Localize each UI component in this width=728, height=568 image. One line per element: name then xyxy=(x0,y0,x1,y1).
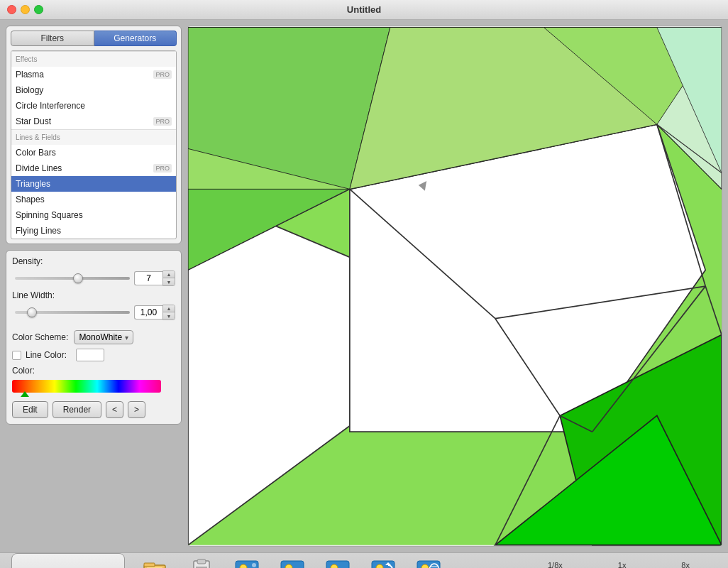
svg-point-35 xyxy=(240,564,247,568)
svg-point-45 xyxy=(331,564,338,568)
list-item-circle-interference[interactable]: Circle Interference xyxy=(11,98,176,114)
open-icon xyxy=(142,557,170,568)
svg-rect-31 xyxy=(196,567,207,568)
pro-badge-star-dust: PRO xyxy=(153,117,172,126)
color-scheme-label: Color Scheme: xyxy=(12,332,68,342)
line-color-row: Line Color: xyxy=(12,349,175,361)
toolbar-rotate[interactable]: Rotate xyxy=(363,555,403,568)
svg-point-49 xyxy=(376,564,383,568)
line-width-label: Line Width: xyxy=(12,290,58,300)
save-icon xyxy=(278,557,307,568)
color-indicator xyxy=(21,391,29,397)
line-width-down[interactable]: ▼ xyxy=(163,312,175,320)
list-item-star-dust[interactable]: Star Dust PRO xyxy=(11,114,176,129)
left-panel: Filters Generators Effects Plasma PRO xyxy=(6,26,182,547)
dropdown-arrow-icon: ▾ xyxy=(125,334,128,342)
traffic-lights[interactable] xyxy=(7,5,43,14)
list-item-spinning-squares[interactable]: Spinning Squares xyxy=(11,207,176,223)
effects-list-scroll[interactable]: Effects Plasma PRO Biology Circle Interf… xyxy=(11,51,176,239)
pro-version-button[interactable]: PRO Version >> xyxy=(11,553,125,568)
titlebar: Untitled xyxy=(0,0,728,20)
list-item-triangles[interactable]: Triangles xyxy=(11,176,176,192)
color-gradient-row xyxy=(12,380,175,393)
density-field[interactable] xyxy=(134,271,162,285)
paste-icon xyxy=(187,557,216,568)
line-width-slider-row: ▲ ▼ xyxy=(12,305,175,320)
toolbar-paste[interactable]: Paste xyxy=(182,555,221,568)
canvas-content xyxy=(188,26,722,546)
tab-bar: Filters Generators xyxy=(11,31,177,46)
line-color-swatch[interactable] xyxy=(76,349,104,361)
color-scheme-row: Color Scheme: MonoWhite ▾ xyxy=(12,330,175,344)
bottom-buttons: Edit Render < > xyxy=(12,401,175,418)
close-button[interactable] xyxy=(7,5,16,14)
pro-badge-plasma: PRO xyxy=(153,70,172,79)
density-label: Density: xyxy=(12,256,58,266)
effects-panel: Filters Generators Effects Plasma PRO xyxy=(6,26,182,244)
minimize-button[interactable] xyxy=(21,5,30,14)
zoom-control: 1/8x 1x 8x ⊖ ⊕ xyxy=(548,561,717,568)
main-container: Filters Generators Effects Plasma PRO xyxy=(0,20,728,568)
list-item-divide-lines[interactable]: Divide Lines PRO xyxy=(11,160,176,176)
tab-generators[interactable]: Generators xyxy=(94,31,177,46)
toolbar-masks[interactable]: Masks xyxy=(409,555,448,568)
line-width-thumb[interactable] xyxy=(27,307,37,317)
pro-badge-divide-lines: PRO xyxy=(153,164,172,173)
size-icon xyxy=(324,557,352,568)
density-arrows: ▲ ▼ xyxy=(162,271,175,286)
edit-button[interactable]: Edit xyxy=(12,401,48,418)
list-item-flying-lines[interactable]: Flying Lines xyxy=(11,223,176,239)
bottom-toolbar: PRO Version >> Open xyxy=(0,552,728,568)
toolbar-size[interactable]: Size xyxy=(318,555,358,568)
density-thumb[interactable] xyxy=(73,273,83,283)
color-scheme-dropdown[interactable]: MonoWhite ▾ xyxy=(74,330,133,344)
iphoto-icon xyxy=(233,557,261,568)
color-label: Color: xyxy=(12,366,35,376)
line-width-stepper[interactable]: ▲ ▼ xyxy=(134,305,175,320)
list-item-shapes[interactable]: Shapes xyxy=(11,192,176,207)
line-width-field[interactable] xyxy=(134,305,162,320)
window-title: Untitled xyxy=(347,4,381,15)
svg-point-53 xyxy=(421,564,429,568)
tab-filters[interactable]: Filters xyxy=(11,31,94,46)
list-item-biology[interactable]: Biology xyxy=(11,82,176,98)
svg-point-39 xyxy=(285,564,292,568)
zoom-label-8x: 8x xyxy=(681,561,690,568)
zoom-button[interactable] xyxy=(34,5,43,14)
line-width-up[interactable]: ▲ xyxy=(163,305,175,312)
masks-icon xyxy=(414,557,443,568)
zoom-label-eighth: 1/8x xyxy=(548,561,563,568)
render-button[interactable]: Render xyxy=(53,401,101,418)
line-width-label-row: Line Width: xyxy=(12,290,175,300)
density-stepper[interactable]: ▲ ▼ xyxy=(134,271,175,286)
line-width-arrows: ▲ ▼ xyxy=(162,305,175,320)
density-down[interactable]: ▼ xyxy=(163,278,175,285)
toolbar-icons: Open Paste xyxy=(136,555,536,568)
color-label-row: Color: xyxy=(12,366,175,376)
section-header-lines: Lines & Fields xyxy=(11,129,176,145)
effects-list-container: Effects Plasma PRO Biology Circle Interf… xyxy=(11,50,177,239)
controls-panel: Density: ▲ ▼ Line Wid xyxy=(6,250,182,425)
density-row: Density: xyxy=(12,256,175,266)
list-item-plasma[interactable]: Plasma PRO xyxy=(11,67,176,82)
svg-point-37 xyxy=(252,563,256,567)
color-scheme-value: MonoWhite xyxy=(79,332,122,342)
density-up[interactable]: ▲ xyxy=(163,271,175,278)
toolbar-save[interactable]: Save xyxy=(272,555,312,568)
toolbar-iphoto[interactable]: iPhoto xyxy=(227,555,267,568)
prev-button[interactable]: < xyxy=(106,401,123,418)
triangle-preview xyxy=(188,26,722,546)
line-color-label: Line Color: xyxy=(26,350,72,360)
zoom-label-1x: 1x xyxy=(618,561,627,568)
section-header-effects: Effects xyxy=(11,51,176,67)
list-item-color-bars[interactable]: Color Bars xyxy=(11,145,176,160)
canvas-area xyxy=(187,26,722,547)
toolbar-open[interactable]: Open xyxy=(136,555,176,568)
next-button[interactable]: > xyxy=(128,401,145,418)
content-area: Filters Generators Effects Plasma PRO xyxy=(0,20,728,552)
density-slider-row: ▲ ▼ xyxy=(12,271,175,286)
color-gradient-bar[interactable] xyxy=(12,380,161,393)
line-color-checkbox[interactable] xyxy=(12,351,21,360)
line-width-slider[interactable] xyxy=(15,311,130,314)
density-slider[interactable] xyxy=(15,277,130,280)
